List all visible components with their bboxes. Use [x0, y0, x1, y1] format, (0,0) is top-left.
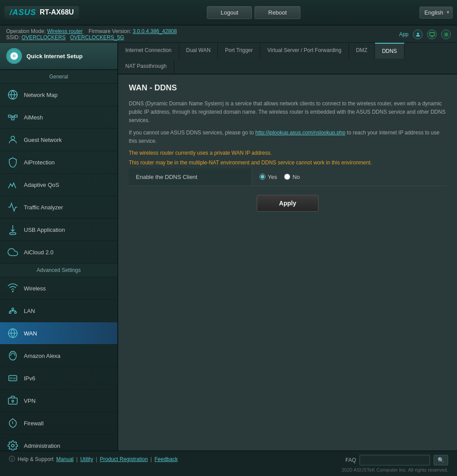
radio-yes-option[interactable]: Yes: [259, 174, 277, 180]
sidebar-item-wan[interactable]: WAN: [0, 322, 117, 345]
radio-yes-label: Yes: [268, 174, 277, 180]
tab-nat-passthrough[interactable]: NAT Passthrough: [118, 59, 174, 74]
description-2-text: If you cannot use ASUS DDNS services, pl…: [129, 130, 254, 136]
svg-point-4: [445, 33, 447, 35]
radio-no-option[interactable]: No: [284, 174, 300, 180]
utility-link[interactable]: Utility: [80, 456, 93, 462]
sidebar-item-administration[interactable]: Administration: [0, 435, 117, 450]
settings-row-ddns: Enable the DDNS Client Yes No: [129, 168, 446, 186]
sidebar: Quick Internet Setup General Network Map…: [0, 43, 118, 450]
aimesh-icon: [6, 111, 19, 124]
tab-ddns[interactable]: DDNS: [375, 43, 405, 59]
sidebar-item-label: WAN: [24, 330, 37, 337]
reboot-button[interactable]: Reboot: [255, 6, 300, 19]
radio-group-ddns: Yes No: [259, 174, 300, 180]
sidebar-item-wireless[interactable]: Wireless: [0, 277, 117, 300]
help-support-label: Help & Support: [18, 456, 53, 462]
faq-search-button[interactable]: 🔍: [434, 455, 448, 465]
svg-rect-6: [8, 115, 11, 117]
faq-input[interactable]: [360, 455, 430, 465]
radio-no-label: No: [292, 174, 300, 180]
sidebar-item-label: Amazon Alexa: [24, 353, 60, 359]
sidebar-item-label: AiMesh: [24, 114, 43, 121]
manual-link[interactable]: Manual: [56, 456, 73, 462]
ssid-2g[interactable]: OVERCLOCKERS: [22, 34, 66, 41]
ssid-5g[interactable]: OVERCLOCKERS_5G: [70, 34, 124, 41]
sidebar-item-label: Network Map: [24, 92, 58, 98]
header-right: English: [420, 7, 453, 19]
traffic-analyzer-icon: [6, 201, 19, 214]
apply-button[interactable]: Apply: [257, 195, 319, 212]
operation-mode-value[interactable]: Wireless router: [47, 28, 83, 34]
asus-logo: /ASUS: [10, 8, 36, 17]
sidebar-item-ipv6[interactable]: IPv6 IPv6: [0, 367, 117, 390]
tab-virtual-server[interactable]: Virtual Server / Port Forwarding: [260, 43, 349, 59]
sidebar-item-firewall[interactable]: Firewall: [0, 412, 117, 435]
language-selector[interactable]: English: [420, 7, 453, 19]
sidebar-item-vpn[interactable]: VPN: [0, 390, 117, 412]
svg-point-21: [9, 351, 16, 360]
person-icon[interactable]: [413, 30, 423, 39]
language-select[interactable]: English: [420, 7, 453, 19]
description-paragraph-2: If you cannot use ASUS DDNS services, pl…: [129, 129, 446, 145]
network-icon[interactable]: [441, 30, 451, 39]
aiprotection-icon: [6, 156, 19, 169]
tab-port-trigger[interactable]: Port Trigger: [218, 43, 260, 59]
faq-label: FAQ: [345, 457, 356, 463]
sidebar-item-aiprotection[interactable]: AiProtection: [0, 151, 117, 174]
sidebar-item-label: Firewall: [24, 420, 44, 427]
help-icon: ⓘ: [9, 455, 15, 463]
radio-no-input[interactable]: [284, 174, 290, 180]
sidebar-item-aicloud[interactable]: AiCloud 2.0: [0, 241, 117, 264]
product-registration-link[interactable]: Product Registration: [100, 456, 148, 462]
vpn-icon: [6, 394, 19, 407]
sidebar-item-aimesh[interactable]: AiMesh: [0, 106, 117, 129]
svg-point-0: [417, 33, 419, 34]
svg-point-25: [12, 400, 14, 402]
warning-text-1: The wireless router currently uses a pri…: [129, 149, 446, 157]
general-section-label: General: [0, 70, 117, 84]
svg-rect-13: [9, 312, 11, 313]
ssid-label: SSID:: [6, 34, 20, 41]
sidebar-item-usb-application[interactable]: USB Application: [0, 219, 117, 241]
tab-dual-wan[interactable]: Dual WAN: [179, 43, 218, 59]
logo-area: /ASUS RT-AX68U: [4, 6, 79, 19]
svg-rect-7: [15, 115, 17, 117]
sidebar-item-amazon-alexa[interactable]: Amazon Alexa: [0, 345, 117, 367]
apply-row: Apply: [129, 195, 446, 212]
monitor-icon[interactable]: [427, 30, 437, 39]
sidebar-item-label: Administration: [24, 443, 60, 449]
status-bar: Operation Mode: Wireless router Firmware…: [0, 26, 457, 43]
sidebar-item-label: VPN: [24, 398, 36, 404]
svg-rect-15: [12, 308, 14, 310]
main-area: Quick Internet Setup General Network Map…: [0, 43, 457, 450]
quick-internet-setup[interactable]: Quick Internet Setup: [0, 43, 117, 70]
sidebar-item-lan[interactable]: LAN: [0, 300, 117, 322]
sidebar-item-label: Wireless: [24, 285, 46, 292]
tab-internet-connection[interactable]: Internet Connection: [118, 43, 179, 59]
wireless-icon: [6, 282, 19, 295]
firmware-value[interactable]: 3.0.0.4.386_42808: [133, 28, 177, 34]
svg-rect-8: [11, 118, 14, 120]
sidebar-item-label: Traffic Analyzer: [24, 204, 63, 211]
firewall-icon: [6, 416, 19, 430]
administration-icon: [6, 439, 19, 450]
radio-yes-input[interactable]: [259, 174, 266, 180]
guest-network-icon: [6, 133, 19, 146]
sidebar-item-guest-network[interactable]: Guest Network: [0, 129, 117, 151]
sidebar-item-adaptive-qos[interactable]: Adaptive QoS: [0, 174, 117, 196]
status-icons: App: [399, 30, 451, 39]
logout-button[interactable]: Logout: [207, 6, 252, 19]
model-name: RT-AX68U: [40, 8, 74, 16]
app-label: App: [399, 31, 408, 37]
ddns-link[interactable]: http://iplookup.asus.com/nslookup.php: [255, 130, 345, 136]
svg-rect-14: [15, 312, 16, 313]
lan-icon: [6, 304, 19, 317]
firmware-label: Firmware Version:: [89, 28, 131, 34]
sidebar-item-network-map[interactable]: Network Map: [0, 84, 117, 106]
separator-3: |: [150, 456, 152, 462]
sidebar-item-traffic-analyzer[interactable]: Traffic Analyzer: [0, 196, 117, 219]
tab-dmz[interactable]: DMZ: [349, 43, 375, 59]
sidebar-item-label: Guest Network: [24, 137, 62, 143]
feedback-link[interactable]: Feedback: [154, 456, 178, 462]
